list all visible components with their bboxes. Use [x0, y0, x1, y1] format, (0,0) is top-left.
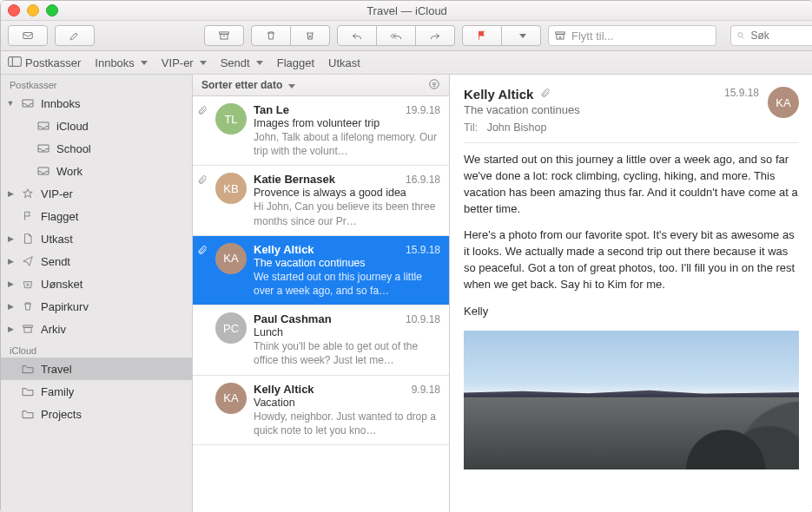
message-preview: Howdy, neighbor. Just wanted to drop a q… — [254, 410, 440, 437]
sidebar-item-inbox-icloud[interactable]: iCloud — [1, 115, 192, 137]
message-row[interactable]: KAKelly Altick15.9.18The vacation contin… — [193, 236, 449, 305]
sidebar-item-sent[interactable]: ▶ Sendt — [1, 250, 192, 272]
sidebar-item-label: Arkiv — [41, 323, 66, 336]
sidebar-folder-projects[interactable]: Projects — [1, 403, 192, 425]
junk-icon — [20, 278, 36, 290]
favorites-bar: Postkasser Innboks VIP-er Sendt Flagget … — [1, 51, 812, 75]
mailbox-icon — [36, 165, 51, 177]
disclosure-triangle-icon[interactable]: ▶ — [6, 325, 15, 333]
move-to-label: Flytt til... — [571, 30, 613, 43]
disclosure-triangle-icon[interactable]: ▶ — [6, 302, 15, 311]
message-list: Sorter etter dato TLTan Le19.9.18Images … — [193, 75, 450, 512]
svg-rect-6 — [9, 56, 22, 66]
svg-rect-8 — [24, 327, 31, 332]
sidebar-item-label: Papirkurv — [41, 300, 89, 313]
filter-button[interactable] — [428, 78, 440, 93]
reader-body: We started out on this journey a little … — [464, 152, 799, 512]
document-icon — [20, 233, 36, 245]
message-sender: Paul Cashman — [254, 312, 332, 325]
disclosure-triangle-icon[interactable]: ▼ — [6, 99, 15, 108]
folder-icon — [20, 385, 36, 397]
compose-button[interactable] — [55, 25, 95, 46]
avatar: KB — [215, 173, 247, 204]
message-row[interactable]: PCPaul Cashman10.9.18LunchThink you'll b… — [193, 305, 449, 375]
get-mail-button[interactable] — [8, 25, 48, 46]
archive-button[interactable] — [204, 25, 244, 46]
folder-icon — [20, 363, 36, 375]
sidebar-item-junk[interactable]: ▶ Uønsket — [1, 272, 192, 295]
chevron-down-icon — [519, 34, 526, 38]
sidebar-folder-family[interactable]: Family — [1, 380, 192, 403]
avatar: PC — [215, 312, 247, 344]
mailbox-icon — [36, 142, 51, 154]
message-sender: Kelly Altick — [254, 383, 314, 396]
sidebar-item-label: Travel — [41, 363, 72, 376]
disclosure-triangle-icon[interactable]: ▶ — [6, 189, 15, 198]
reader-to-line: Til: John Bishop — [464, 121, 707, 134]
reader-inline-image — [464, 331, 799, 469]
message-subject: Lunch — [254, 326, 440, 338]
message-preview: Hi John, Can you believe its been three … — [254, 200, 440, 227]
flag-button[interactable] — [462, 25, 502, 46]
message-row[interactable]: KBKatie Bernasek16.9.18Provence is alway… — [193, 166, 449, 235]
message-row[interactable]: KAKelly Altick9.9.18VacationHowdy, neigh… — [193, 376, 449, 445]
svg-point-5 — [738, 32, 743, 36]
reader-from: Kelly Altick — [464, 87, 533, 102]
folder-icon — [20, 408, 36, 420]
move-to-field[interactable]: Flytt til... — [548, 25, 716, 46]
sidebar-section-mailboxes: Postkasser — [1, 75, 192, 92]
junk-button[interactable] — [291, 25, 330, 46]
paper-plane-icon — [20, 255, 36, 267]
sidebar-item-label: iCloud — [56, 120, 89, 133]
favbar-inbox[interactable]: Innboks — [95, 56, 148, 69]
sort-bar[interactable]: Sorter etter dato — [193, 75, 449, 96]
message-date: 19.9.18 — [406, 104, 440, 116]
sidebar-item-flagged[interactable]: Flagget — [1, 205, 192, 227]
chevron-down-icon — [200, 61, 207, 65]
sidebar-folder-travel[interactable]: Travel — [1, 358, 192, 380]
sidebar-item-trash[interactable]: ▶ Papirkurv — [1, 295, 192, 318]
favbar-drafts[interactable]: Utkast — [328, 56, 360, 69]
message-subject: Images from volunteer trip — [254, 117, 440, 129]
reader-paragraph: Kelly — [464, 304, 799, 320]
move-to-icon — [554, 30, 566, 42]
reply-all-button[interactable] — [377, 25, 416, 46]
delete-button[interactable] — [251, 25, 291, 46]
search-icon — [736, 30, 746, 41]
reply-button[interactable] — [337, 25, 377, 46]
sidebar-item-label: Sendt — [41, 255, 70, 268]
sidebar-item-label: Uønsket — [41, 278, 83, 291]
disclosure-triangle-icon[interactable]: ▶ — [6, 257, 15, 266]
svg-rect-2 — [221, 34, 228, 39]
flag-menu-button[interactable] — [502, 25, 541, 46]
mailboxes-toggle[interactable]: Postkasser — [8, 56, 81, 69]
search-input[interactable] — [749, 29, 812, 43]
message-sender: Kelly Altick — [254, 243, 314, 256]
mailbox-icon — [36, 120, 51, 132]
svg-point-9 — [430, 79, 439, 89]
message-row[interactable]: TLTan Le19.9.18Images from volunteer tri… — [193, 96, 449, 166]
forward-button[interactable] — [416, 25, 455, 46]
disclosure-triangle-icon[interactable]: ▶ — [6, 279, 15, 288]
sidebar-item-drafts[interactable]: ▶ Utkast — [1, 227, 192, 250]
archive-icon — [20, 323, 36, 335]
sidebar-item-inbox-school[interactable]: School — [1, 137, 192, 160]
favbar-vip[interactable]: VIP-er — [162, 56, 207, 69]
favbar-flagged[interactable]: Flagget — [277, 56, 314, 69]
sidebar-item-inbox[interactable]: ▼ Innboks — [1, 92, 192, 115]
avatar: KA — [215, 243, 247, 274]
favbar-sent[interactable]: Sendt — [221, 56, 263, 69]
toolbar: Flytt til... — [1, 21, 812, 51]
sidebar-item-inbox-work[interactable]: Work — [1, 160, 192, 182]
attachment-icon — [540, 88, 551, 101]
message-sender: Katie Bernasek — [254, 173, 335, 186]
window-title: Travel — iCloud — [1, 4, 812, 17]
mail-window: Travel — iCloud Flytt til... — [0, 0, 812, 512]
message-preview: John, Talk about a lifelong memory. Our … — [254, 130, 440, 158]
sidebar-item-label: Projects — [41, 408, 82, 421]
sidebar-item-vip[interactable]: ▶ VIP-er — [1, 182, 192, 205]
search-field[interactable] — [730, 25, 812, 46]
disclosure-triangle-icon[interactable]: ▶ — [6, 234, 15, 243]
trash-icon — [20, 300, 36, 312]
sidebar-item-archive[interactable]: ▶ Arkiv — [1, 318, 192, 340]
